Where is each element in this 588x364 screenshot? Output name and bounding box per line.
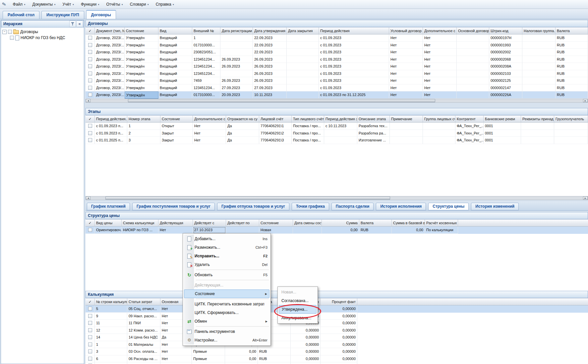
menu-item[interactable]: Размножить...Ctrl+F3 (184, 243, 269, 252)
column-header[interactable]: Период действия.. (95, 116, 127, 123)
table-row[interactable]: 909 Накл. расхо...НетПрямые0,00RUB0,0000… (86, 313, 588, 320)
cell[interactable] (160, 362, 192, 364)
column-header[interactable]: Расчёт косвенных (425, 220, 458, 227)
menu-item[interactable]: Добавить...Ins (184, 234, 269, 243)
cell[interactable]: 0,00000 (321, 313, 357, 320)
cell[interactable]: 1 (95, 341, 127, 348)
column-header[interactable]: Действует по (226, 220, 259, 227)
tree-expander-icon[interactable]: − (2, 30, 7, 34)
menu-item[interactable]: Согласована... (279, 296, 317, 305)
menu-item[interactable]: Исправить...F2 (184, 252, 269, 260)
cell[interactable]: Входящий (158, 91, 192, 99)
collapse-panel-button[interactable]: « (76, 21, 83, 27)
cell[interactable]: Прямые (192, 348, 225, 355)
column-header[interactable]: Номер этапа (127, 116, 160, 123)
cell[interactable]: 7706406291\1 (259, 123, 292, 130)
cell[interactable]: 12 (95, 327, 127, 334)
table-row[interactable]: 1111 ПКИНетПрямые0,00RUB0,000000,00000 (86, 320, 588, 327)
cell[interactable] (86, 341, 95, 348)
cell[interactable]: 05 Соц. отчисл... (127, 305, 160, 313)
menu-item[interactable]: УдалитьDel (184, 260, 269, 269)
cell[interactable] (423, 130, 455, 137)
row-checkbox[interactable] (88, 86, 92, 90)
cell[interactable]: 5 (95, 305, 127, 313)
cell[interactable]: Договор, 2023/... (95, 56, 125, 63)
cell[interactable] (86, 77, 95, 84)
cell[interactable]: 0,00000 (291, 341, 321, 348)
cell[interactable] (287, 77, 319, 84)
cell[interactable]: Разработка ра... (357, 130, 390, 137)
cell[interactable] (86, 84, 95, 92)
cell[interactable] (457, 63, 489, 70)
cell[interactable] (521, 130, 554, 137)
column-header[interactable]: Дата утверждения (253, 27, 287, 34)
cell[interactable]: Нет (389, 56, 423, 63)
cell[interactable] (390, 130, 423, 137)
cell[interactable] (287, 56, 319, 63)
table-row[interactable]: с 01.01.2025 п...3ЗакрытНетДа7706406291\… (86, 137, 588, 144)
table-row[interactable]: 606 Расходы на ...НетПрямые0,00RUB0,0000… (86, 355, 588, 363)
column-header[interactable]: Сумма в базовой в (392, 220, 425, 227)
cell[interactable] (457, 49, 489, 56)
column-header[interactable]: Лицевой счёт (259, 116, 292, 123)
column-header[interactable]: Штрих-код (489, 27, 522, 34)
cell[interactable]: 0,00 (392, 227, 425, 234)
cell[interactable] (390, 137, 423, 144)
section-tab[interactable]: Паспорта сделки (331, 203, 374, 210)
column-header[interactable]: Контрагент (455, 116, 484, 123)
cell[interactable] (86, 137, 95, 144)
cell[interactable]: 0000002068 (489, 56, 522, 63)
cell[interactable] (457, 34, 489, 42)
cell[interactable]: 230823/051... (192, 49, 220, 56)
column-header[interactable]: Действующая (158, 220, 193, 227)
menu-item[interactable]: ↻ОбновитьF5 (184, 271, 269, 279)
cell[interactable]: Нет (193, 130, 226, 137)
menu-item[interactable]: Действующая... (184, 281, 269, 289)
cell[interactable]: 0000002002 (489, 49, 522, 56)
cell[interactable]: 0,00000 (321, 327, 357, 334)
column-header[interactable]: Сумма (322, 220, 359, 227)
cell[interactable] (423, 123, 455, 130)
cell[interactable] (287, 42, 319, 49)
cell[interactable]: с 01.09.2023 п... (95, 130, 127, 137)
cell[interactable] (86, 305, 95, 313)
cell[interactable]: с 01.09.2023 (319, 84, 389, 92)
cell[interactable] (258, 362, 291, 364)
menubar-item[interactable]: Файл ▼ (10, 1, 29, 8)
cell[interactable] (86, 70, 95, 78)
cell[interactable]: Входящий (158, 49, 192, 56)
cell[interactable]: 123451234... (192, 56, 220, 63)
table-row[interactable]: Договор, 2023/...УтверждёнВходящий122.09… (86, 34, 588, 42)
cell[interactable]: Нет (193, 137, 226, 144)
cell[interactable]: ФА_Техн_Рег_... (455, 137, 484, 144)
cell[interactable]: Утверждён (125, 91, 158, 99)
cell[interactable]: 000000197Н (489, 34, 522, 42)
cell[interactable]: Нет (423, 56, 457, 63)
cell[interactable]: Утверждён (125, 77, 158, 84)
table-row[interactable]: с 01.09.2023 п...2ЗакрытНетДа7706406291\… (86, 130, 588, 137)
cell[interactable] (127, 362, 160, 364)
column-header[interactable]: Дополнительное с (193, 116, 226, 123)
cell[interactable]: Нет (423, 77, 457, 84)
cell[interactable] (522, 91, 556, 99)
cell[interactable]: с 01.09.2023 (319, 49, 389, 56)
cell[interactable] (86, 348, 95, 355)
cell[interactable]: с 01.09.2023 (319, 42, 389, 49)
cell[interactable]: RUB (556, 34, 588, 42)
cell[interactable]: с 10.11.2023 (324, 123, 357, 130)
cell[interactable]: Договор, 2023/... (95, 34, 125, 42)
cell[interactable]: Входящий (158, 77, 192, 84)
table-row[interactable]: 1212 Комм. расхо...НетПрямые0,00RUB0,000… (86, 327, 588, 334)
cell[interactable]: Нет (389, 34, 423, 42)
cell[interactable]: 0,00 (322, 227, 359, 234)
cell[interactable]: Договор, 2023/... (95, 91, 125, 99)
cell[interactable]: Утверждён (125, 63, 158, 70)
cell[interactable]: 000000208А (489, 63, 522, 70)
cell[interactable]: Новая (259, 227, 293, 234)
row-checkbox[interactable] (88, 64, 92, 68)
column-header[interactable]: Состояние (160, 116, 193, 123)
cell[interactable] (457, 56, 489, 63)
cell[interactable]: Входящий (158, 42, 192, 49)
column-header[interactable]: Валюта (556, 27, 588, 34)
cell[interactable]: По калькуляции (425, 227, 458, 234)
